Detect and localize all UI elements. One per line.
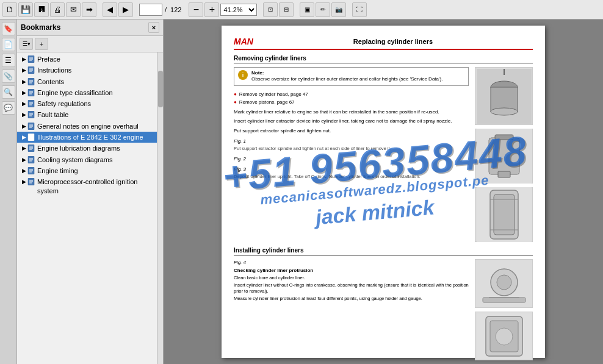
bookmark-label: Cooling system diagrams: [37, 155, 113, 164]
section2-text: Fig. 4 Checking cylinder liner protrusio…: [234, 259, 469, 360]
bookmark-icon: [27, 178, 35, 185]
bookmark-arrow: ▶: [22, 168, 26, 175]
sidebar-item-safety[interactable]: ▶Safety regulations: [17, 98, 157, 109]
bookmark-icon: [27, 66, 35, 74]
svg-point-64: [497, 275, 511, 290]
bookmark-arrow: ▶: [22, 101, 26, 108]
snapshot-button[interactable]: 📷: [331, 2, 346, 17]
zoom-out-button[interactable]: −: [189, 2, 203, 17]
note-text: Note: Observe oversize for cylinder line…: [251, 70, 442, 83]
sidebar-item-timing[interactable]: ▶Engine timing: [17, 165, 157, 176]
comments-panel-icon[interactable]: 💬: [2, 101, 15, 115]
svg-rect-66: [483, 298, 525, 302]
bookmark-icon: [27, 100, 35, 107]
floppy-button[interactable]: 🖪: [34, 2, 49, 17]
bookmark-label: Microprocessor-controlled ignition syste…: [37, 177, 154, 195]
sidebar: Bookmarks × ☰▾ + ▶Preface▶Instructions▶C…: [17, 20, 164, 364]
img-fig4-bottom: [475, 312, 533, 360]
section2: Installing cylinder liners Fig. 4 Checki…: [234, 247, 533, 360]
bookmark-tree: ▶Preface▶Instructions▶Contents▶Engine ty…: [17, 52, 157, 364]
sidebar-scroll-area: ▶Preface▶Instructions▶Contents▶Engine ty…: [17, 52, 163, 364]
sidebar-item-general-notes[interactable]: ▶General notes on engine overhaul: [17, 121, 157, 132]
sidebar-item-preface[interactable]: ▶Preface: [17, 54, 157, 65]
bookmark-icon: [27, 167, 35, 174]
svg-point-51: [491, 108, 518, 115]
bookmark-icon: [27, 89, 35, 96]
document-page: MAN Replacing cylinder liners Removing c…: [222, 26, 545, 358]
img-fig4-top: [475, 259, 533, 308]
fig1-desc: Put support extractor spindle and tighte…: [234, 146, 469, 152]
left-icon-panel: 🔖 📄 ☰ 📎 🔍 💬: [0, 20, 17, 364]
zoom-select[interactable]: 41.2%: [220, 4, 257, 16]
bookmark-label: Illustrations of E 2842 E 302 engine: [37, 133, 143, 141]
search-panel-icon[interactable]: 🔍: [2, 85, 15, 99]
sidebar-scrollbar-thumb[interactable]: [158, 71, 163, 107]
email-button[interactable]: ✉: [66, 2, 81, 17]
page-total: 122: [169, 6, 182, 13]
page-separator: /: [164, 6, 168, 13]
toolbar: 🗋 💾 🖪 🖨 ✉ ➡ ◀ ▶ 76 / 122 − + 41.2% ⊡ ⊟ ▣…: [0, 0, 603, 20]
highlight-tool-button[interactable]: ✏: [316, 2, 330, 17]
prev-page-button[interactable]: ◀: [103, 2, 117, 17]
bookmark-icon: [27, 78, 35, 85]
bookmark-arrow: ▶: [22, 112, 26, 119]
para3: Put support extractor spindle and tighte…: [234, 127, 469, 134]
zoom-in-button[interactable]: +: [204, 2, 219, 17]
sidebar-expand-button[interactable]: +: [35, 38, 48, 50]
sidebar-item-cooling[interactable]: ▶Cooling system diagrams: [17, 154, 157, 165]
bookmark-label: Fault table: [37, 110, 68, 119]
bookmark-label: Instructions: [37, 66, 71, 74]
doc-logo: MAN: [234, 37, 253, 46]
sidebar-item-engine-type[interactable]: ▶Engine type classification: [17, 87, 157, 98]
sidebar-item-lubrication[interactable]: ▶Engine lubrication diagrams: [17, 143, 157, 154]
svg-rect-54: [489, 138, 519, 174]
sidebar-close-button[interactable]: ×: [148, 22, 159, 33]
fig2-label: Fig. 2: [234, 155, 469, 162]
bullet-icon: ●: [234, 99, 237, 105]
fig3-section: Fig. 3 Deposit cylinder liner upright. T…: [234, 166, 469, 180]
img-fig3: [475, 187, 533, 242]
right-images: [475, 67, 533, 242]
svg-rect-59: [494, 194, 515, 235]
sidebar-scrollbar[interactable]: [157, 52, 163, 364]
page-input[interactable]: 76: [139, 4, 162, 16]
fit-width-button[interactable]: ⊟: [279, 2, 294, 17]
next-page-button[interactable]: ▶: [118, 2, 133, 17]
bullet-2: ● Remove pistons, page 67: [234, 99, 469, 105]
checking-p3: Measure cylinder liner protrusion at lea…: [234, 296, 469, 302]
sidebar-header: Bookmarks ×: [17, 20, 163, 36]
select-tool-button[interactable]: ▣: [300, 2, 314, 17]
fullscreen-button[interactable]: ⛶: [352, 2, 367, 17]
fit-page-button[interactable]: ⊡: [263, 2, 278, 17]
svg-rect-56: [498, 171, 510, 177]
sidebar-item-microprocessor[interactable]: ▶Microprocessor-controlled ignition syst…: [17, 176, 157, 196]
save-button[interactable]: 💾: [18, 2, 33, 17]
pages-panel-icon[interactable]: 📄: [2, 38, 15, 51]
para1: Mark cylinder liner relative to engine s…: [234, 109, 469, 115]
main-area: 🔖 📄 ☰ 📎 🔍 💬 Bookmarks × ☰▾ + ▶Preface▶In…: [0, 20, 603, 364]
sidebar-item-contents[interactable]: ▶Contents: [17, 76, 157, 87]
bookmark-label: Engine timing: [37, 166, 78, 175]
share-button[interactable]: ➡: [82, 2, 96, 17]
bookmark-arrow: ▶: [22, 134, 26, 141]
sidebar-item-illustrations[interactable]: ▶Illustrations of E 2842 E 302 engine: [17, 132, 157, 143]
bookmark-label: Safety regulations: [37, 99, 91, 108]
sidebar-options-button[interactable]: ☰▾: [20, 38, 33, 50]
bullet-1: ● Remove cylinder head, page 47: [234, 91, 469, 98]
doc-header: MAN Replacing cylinder liners: [234, 37, 533, 50]
checking-p2: Insert cylinder liner without O-rings in…: [234, 282, 469, 294]
layers-panel-icon[interactable]: ☰: [2, 54, 15, 67]
attachments-panel-icon[interactable]: 📎: [2, 70, 15, 83]
para2: Insert cylinder liner extractor device i…: [234, 118, 469, 124]
section1-content: i Note: Observe oversize for cylinder li…: [234, 67, 533, 242]
note-box: i Note: Observe oversize for cylinder li…: [234, 67, 469, 86]
bookmarks-panel-icon[interactable]: 🔖: [2, 22, 15, 35]
section2-title: Installing cylinder liners: [234, 247, 533, 255]
section2-images: [475, 259, 533, 360]
print-button[interactable]: 🖨: [50, 2, 65, 17]
sidebar-item-fault-table[interactable]: ▶Fault table: [17, 109, 157, 120]
open-button[interactable]: 🗋: [2, 2, 17, 17]
img-fig2: [475, 129, 533, 184]
bookmark-label: Engine type classification: [37, 88, 113, 97]
sidebar-item-instructions[interactable]: ▶Instructions: [17, 65, 157, 76]
